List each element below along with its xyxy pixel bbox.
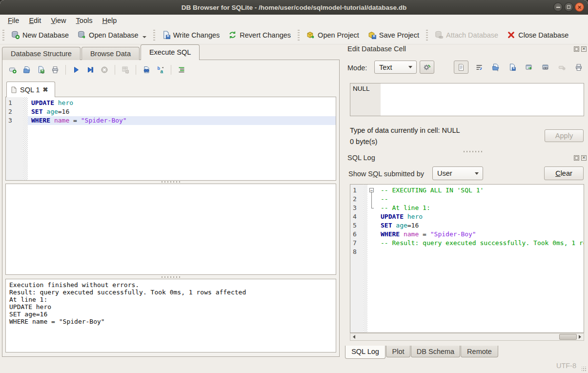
apply-button: Apply — [545, 129, 584, 142]
print-cell-button[interactable] — [572, 61, 585, 73]
word-wrap-icon — [475, 63, 483, 71]
status-bar: UTF-8 — [0, 358, 588, 373]
log-filter-value: User — [437, 169, 452, 177]
results-pane[interactable] — [5, 184, 336, 275]
execution-messages: Execution finished without errors.Result… — [9, 281, 332, 325]
maximize-button[interactable] — [564, 2, 573, 12]
write-changes-button[interactable]: Write Changes — [158, 28, 224, 41]
change-margin — [364, 195, 367, 204]
execute-current-line-button[interactable] — [84, 63, 97, 76]
execute-all-button[interactable] — [70, 63, 82, 76]
minimize-button[interactable] — [553, 2, 563, 12]
menu-help[interactable]: Help — [97, 16, 122, 25]
float-panel-icon[interactable] — [574, 46, 579, 52]
sql-document-tab[interactable]: SQL 1 ✖ — [6, 82, 55, 97]
menu-file[interactable]: File — [3, 16, 24, 25]
copy-link-button[interactable] — [539, 61, 551, 73]
close-panel-icon[interactable]: ✕ — [581, 155, 587, 161]
revert-changes-icon — [228, 31, 237, 39]
code-line: 6WHERE name = "Spider-Boy" — [350, 230, 584, 239]
line-number: 8 — [350, 248, 364, 256]
open-database-button[interactable]: Open Database — [73, 28, 151, 41]
line-number: 4 — [350, 212, 364, 221]
find-button[interactable] — [140, 63, 153, 76]
word-wrap-button[interactable] — [473, 61, 485, 73]
code-text: -- — [377, 195, 584, 204]
scroll-right-icon[interactable] — [576, 333, 584, 340]
print-button[interactable] — [49, 63, 61, 76]
cell-editor[interactable]: NULL — [350, 83, 584, 116]
resize-grip[interactable] — [582, 367, 587, 372]
toolbar-handle[interactable] — [2, 30, 4, 41]
format-sql-button[interactable] — [175, 63, 188, 76]
menu-view[interactable]: View — [46, 16, 71, 25]
log-filter-select[interactable]: User — [432, 166, 483, 180]
scroll-left-icon[interactable] — [350, 333, 358, 340]
scrollbar-thumb[interactable] — [559, 334, 577, 340]
float-panel-icon[interactable] — [574, 155, 579, 161]
fold-marker-icon[interactable]: − — [367, 186, 377, 195]
edit-cell-toolbar — [454, 61, 585, 74]
tab-database-structure[interactable]: Database Structure — [2, 47, 81, 60]
message-line: UPDATE hero — [9, 303, 332, 311]
print-cell-icon — [575, 63, 583, 71]
dock-tab-plot[interactable]: Plot — [386, 346, 410, 357]
toolbar-handle[interactable] — [426, 30, 428, 41]
messages-pane[interactable]: Execution finished without errors.Result… — [5, 279, 336, 352]
toolbar-handle[interactable] — [298, 30, 300, 41]
app-window: DB Browser for SQLite - /home/user/code/… — [0, 0, 588, 373]
dock-tab-db-schema[interactable]: DB Schema — [411, 346, 460, 357]
dock-panels-splitter[interactable] — [464, 151, 482, 152]
sql-log-panel-title: SQL Log — [347, 154, 375, 162]
code-line: 4UPDATE hero — [350, 212, 584, 221]
dock-tab-sql-log[interactable]: SQL Log — [345, 346, 385, 359]
results-messages-splitter[interactable] — [162, 276, 180, 278]
close-panel-icon[interactable]: ✕ — [581, 46, 587, 52]
open-sql-file-button[interactable] — [20, 63, 33, 76]
code-text: -- Result: query executed successfully. … — [377, 239, 584, 248]
tab-execute-sql[interactable]: Execute SQL — [141, 44, 200, 60]
set-null-icon — [558, 63, 566, 71]
save-sql-file-button[interactable] — [35, 63, 47, 76]
close-database-button[interactable]: Close Database — [503, 28, 573, 41]
svg-text:a: a — [161, 69, 163, 74]
menu-bar: File Edit View Tools Help — [0, 15, 588, 26]
encoding-indicator[interactable]: UTF-8 — [556, 362, 576, 370]
auto-switch-mode-button[interactable] — [420, 61, 434, 74]
code-text: -- At line 1: — [377, 204, 584, 212]
window-controls: × — [553, 2, 584, 12]
sql-tab-close-icon[interactable]: ✖ — [43, 86, 48, 93]
new-database-button[interactable]: New Database — [7, 28, 73, 41]
open-database-icon — [78, 31, 86, 39]
save-project-button[interactable]: Save Project — [364, 28, 424, 41]
tab-browse-data[interactable]: Browse Data — [81, 47, 140, 60]
clear-log-button[interactable]: Clear — [544, 166, 584, 180]
menu-edit[interactable]: Edit — [24, 16, 46, 25]
dock-tab-remote[interactable]: Remote — [461, 346, 498, 357]
line-number: 7 — [350, 239, 364, 248]
open-external-button[interactable] — [523, 61, 535, 73]
line-number: 2 — [350, 195, 364, 204]
find-replace-button[interactable]: ba — [154, 63, 167, 76]
log-horizontal-scrollbar[interactable] — [350, 333, 584, 341]
text-mode-button[interactable] — [454, 61, 468, 74]
revert-changes-button[interactable]: Revert Changes — [224, 28, 295, 41]
sql-log-view[interactable]: 1−-- EXECUTING ALL IN 'SQL 1'2--3-- At l… — [350, 184, 584, 333]
code-text: UPDATE hero — [377, 212, 584, 221]
open-database-dropdown-caret[interactable] — [142, 36, 146, 38]
sql-editor[interactable]: 1UPDATE hero2SET age=163WHERE name = "Sp… — [5, 97, 336, 181]
editor-results-splitter[interactable] — [162, 181, 180, 183]
toolbar-handle[interactable] — [153, 30, 155, 41]
new-sql-tab-button[interactable] — [6, 63, 19, 76]
open-project-button[interactable]: Open Project — [302, 28, 364, 41]
title-bar[interactable]: DB Browser for SQLite - /home/user/code/… — [0, 0, 588, 15]
revert-changes-label: Revert Changes — [240, 31, 291, 39]
import-data-button[interactable] — [489, 61, 502, 73]
code-line: 1UPDATE hero — [6, 99, 336, 107]
close-button[interactable]: × — [575, 2, 584, 12]
mode-select[interactable]: Text — [374, 61, 417, 74]
export-data-button[interactable] — [506, 61, 518, 73]
menu-tools[interactable]: Tools — [71, 16, 98, 25]
edit-cell-panel-title: Edit Database Cell — [347, 45, 406, 53]
main-tab-bar: Database Structure Browse Data Execute S… — [2, 44, 201, 60]
